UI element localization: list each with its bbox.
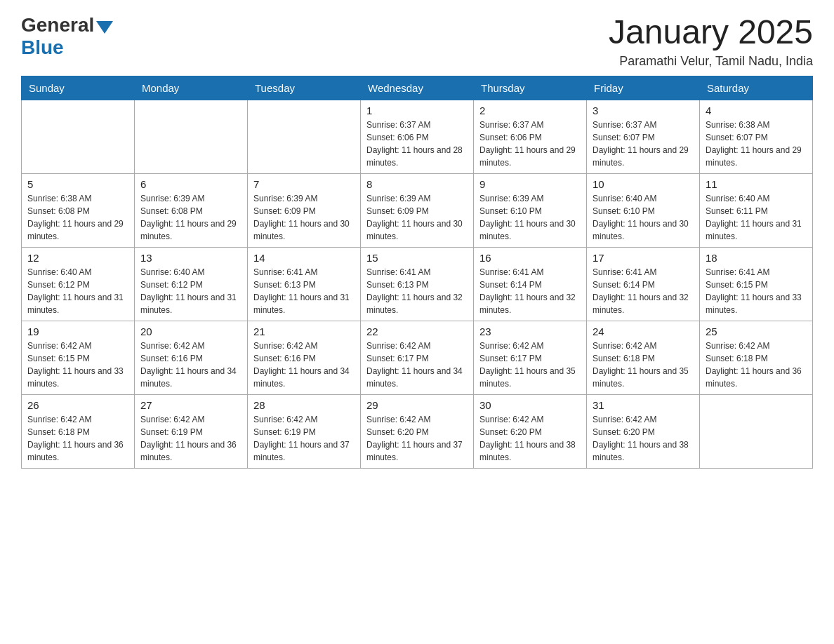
day-number: 3 xyxy=(593,105,694,116)
day-info: Sunrise: 6:40 AMSunset: 6:10 PMDaylight:… xyxy=(593,192,694,243)
table-row: 29Sunrise: 6:42 AMSunset: 6:20 PMDayligh… xyxy=(361,394,474,468)
table-row: 5Sunrise: 6:38 AMSunset: 6:08 PMDaylight… xyxy=(22,173,135,247)
table-row: 16Sunrise: 6:41 AMSunset: 6:14 PMDayligh… xyxy=(474,247,587,321)
header-wednesday: Wednesday xyxy=(361,76,474,100)
table-row xyxy=(22,100,135,173)
logo-blue-text: Blue xyxy=(21,36,64,59)
page-header: General Blue January 2025 Paramathi Velu… xyxy=(21,14,813,69)
day-info: Sunrise: 6:39 AMSunset: 6:09 PMDaylight:… xyxy=(253,192,355,243)
table-row: 2Sunrise: 6:37 AMSunset: 6:06 PMDaylight… xyxy=(474,100,587,173)
table-row: 8Sunrise: 6:39 AMSunset: 6:09 PMDaylight… xyxy=(361,173,474,247)
day-number: 9 xyxy=(479,178,581,190)
day-number: 1 xyxy=(366,105,468,116)
calendar-header-row: Sunday Monday Tuesday Wednesday Thursday… xyxy=(22,76,813,100)
logo: General Blue xyxy=(21,14,113,59)
day-info: Sunrise: 6:42 AMSunset: 6:20 PMDaylight:… xyxy=(366,413,468,464)
day-number: 26 xyxy=(27,399,128,411)
day-info: Sunrise: 6:42 AMSunset: 6:20 PMDaylight:… xyxy=(593,413,694,464)
day-number: 23 xyxy=(479,326,581,337)
day-number: 27 xyxy=(140,399,241,411)
day-info: Sunrise: 6:39 AMSunset: 6:09 PMDaylight:… xyxy=(366,192,468,243)
day-number: 22 xyxy=(366,326,468,337)
day-info: Sunrise: 6:38 AMSunset: 6:07 PMDaylight:… xyxy=(706,119,807,169)
table-row xyxy=(700,394,813,468)
day-number: 19 xyxy=(27,326,128,337)
logo-general-text: General xyxy=(21,14,94,36)
day-info: Sunrise: 6:42 AMSunset: 6:15 PMDaylight:… xyxy=(27,340,128,390)
table-row: 23Sunrise: 6:42 AMSunset: 6:17 PMDayligh… xyxy=(474,321,587,394)
day-info: Sunrise: 6:42 AMSunset: 6:18 PMDaylight:… xyxy=(593,340,694,390)
day-info: Sunrise: 6:42 AMSunset: 6:18 PMDaylight:… xyxy=(27,413,128,464)
day-number: 14 xyxy=(253,252,355,264)
day-info: Sunrise: 6:42 AMSunset: 6:19 PMDaylight:… xyxy=(253,413,355,464)
day-number: 7 xyxy=(253,178,355,190)
day-number: 21 xyxy=(253,326,355,337)
table-row: 1Sunrise: 6:37 AMSunset: 6:06 PMDaylight… xyxy=(361,100,474,173)
table-row: 26Sunrise: 6:42 AMSunset: 6:18 PMDayligh… xyxy=(22,394,135,468)
day-info: Sunrise: 6:39 AMSunset: 6:10 PMDaylight:… xyxy=(479,192,581,243)
table-row: 25Sunrise: 6:42 AMSunset: 6:18 PMDayligh… xyxy=(700,321,813,394)
day-number: 25 xyxy=(706,326,807,337)
day-number: 2 xyxy=(479,105,581,116)
day-number: 4 xyxy=(706,105,807,116)
day-info: Sunrise: 6:41 AMSunset: 6:14 PMDaylight:… xyxy=(479,266,581,316)
day-number: 30 xyxy=(479,399,581,411)
day-info: Sunrise: 6:42 AMSunset: 6:16 PMDaylight:… xyxy=(253,340,355,390)
day-info: Sunrise: 6:41 AMSunset: 6:13 PMDaylight:… xyxy=(366,266,468,316)
logo-triangle-icon xyxy=(96,21,113,34)
day-info: Sunrise: 6:41 AMSunset: 6:14 PMDaylight:… xyxy=(593,266,694,316)
day-info: Sunrise: 6:42 AMSunset: 6:19 PMDaylight:… xyxy=(140,413,241,464)
title-section: January 2025 Paramathi Velur, Tamil Nadu… xyxy=(609,14,813,69)
day-number: 20 xyxy=(140,326,241,337)
day-number: 11 xyxy=(706,178,807,190)
day-info: Sunrise: 6:39 AMSunset: 6:08 PMDaylight:… xyxy=(140,192,241,243)
day-info: Sunrise: 6:42 AMSunset: 6:20 PMDaylight:… xyxy=(479,413,581,464)
table-row: 15Sunrise: 6:41 AMSunset: 6:13 PMDayligh… xyxy=(361,247,474,321)
calendar-week-row: 5Sunrise: 6:38 AMSunset: 6:08 PMDaylight… xyxy=(22,173,813,247)
day-info: Sunrise: 6:37 AMSunset: 6:07 PMDaylight:… xyxy=(593,119,694,169)
table-row: 3Sunrise: 6:37 AMSunset: 6:07 PMDaylight… xyxy=(587,100,700,173)
day-number: 24 xyxy=(593,326,694,337)
table-row: 9Sunrise: 6:39 AMSunset: 6:10 PMDaylight… xyxy=(474,173,587,247)
header-saturday: Saturday xyxy=(700,76,813,100)
day-info: Sunrise: 6:40 AMSunset: 6:12 PMDaylight:… xyxy=(27,266,128,316)
day-info: Sunrise: 6:42 AMSunset: 6:17 PMDaylight:… xyxy=(479,340,581,390)
day-number: 29 xyxy=(366,399,468,411)
day-number: 12 xyxy=(27,252,128,264)
day-info: Sunrise: 6:37 AMSunset: 6:06 PMDaylight:… xyxy=(479,119,581,169)
day-number: 6 xyxy=(140,178,241,190)
table-row: 4Sunrise: 6:38 AMSunset: 6:07 PMDaylight… xyxy=(700,100,813,173)
table-row: 10Sunrise: 6:40 AMSunset: 6:10 PMDayligh… xyxy=(587,173,700,247)
table-row: 24Sunrise: 6:42 AMSunset: 6:18 PMDayligh… xyxy=(587,321,700,394)
day-number: 18 xyxy=(706,252,807,264)
day-info: Sunrise: 6:40 AMSunset: 6:12 PMDaylight:… xyxy=(140,266,241,316)
table-row: 30Sunrise: 6:42 AMSunset: 6:20 PMDayligh… xyxy=(474,394,587,468)
header-tuesday: Tuesday xyxy=(248,76,361,100)
day-number: 13 xyxy=(140,252,241,264)
table-row: 6Sunrise: 6:39 AMSunset: 6:08 PMDaylight… xyxy=(135,173,248,247)
table-row: 14Sunrise: 6:41 AMSunset: 6:13 PMDayligh… xyxy=(248,247,361,321)
header-friday: Friday xyxy=(587,76,700,100)
day-info: Sunrise: 6:42 AMSunset: 6:17 PMDaylight:… xyxy=(366,340,468,390)
day-number: 31 xyxy=(593,399,694,411)
table-row: 13Sunrise: 6:40 AMSunset: 6:12 PMDayligh… xyxy=(135,247,248,321)
table-row: 7Sunrise: 6:39 AMSunset: 6:09 PMDaylight… xyxy=(248,173,361,247)
day-number: 10 xyxy=(593,178,694,190)
calendar-table: Sunday Monday Tuesday Wednesday Thursday… xyxy=(21,76,813,469)
day-info: Sunrise: 6:42 AMSunset: 6:16 PMDaylight:… xyxy=(140,340,241,390)
table-row: 28Sunrise: 6:42 AMSunset: 6:19 PMDayligh… xyxy=(248,394,361,468)
month-title: January 2025 xyxy=(609,14,813,51)
day-info: Sunrise: 6:40 AMSunset: 6:11 PMDaylight:… xyxy=(706,192,807,243)
table-row: 31Sunrise: 6:42 AMSunset: 6:20 PMDayligh… xyxy=(587,394,700,468)
calendar-week-row: 1Sunrise: 6:37 AMSunset: 6:06 PMDaylight… xyxy=(22,100,813,173)
day-info: Sunrise: 6:37 AMSunset: 6:06 PMDaylight:… xyxy=(366,119,468,169)
table-row: 11Sunrise: 6:40 AMSunset: 6:11 PMDayligh… xyxy=(700,173,813,247)
day-info: Sunrise: 6:38 AMSunset: 6:08 PMDaylight:… xyxy=(27,192,128,243)
header-monday: Monday xyxy=(135,76,248,100)
day-info: Sunrise: 6:41 AMSunset: 6:13 PMDaylight:… xyxy=(253,266,355,316)
header-thursday: Thursday xyxy=(474,76,587,100)
table-row: 21Sunrise: 6:42 AMSunset: 6:16 PMDayligh… xyxy=(248,321,361,394)
table-row xyxy=(248,100,361,173)
day-number: 8 xyxy=(366,178,468,190)
calendar-week-row: 19Sunrise: 6:42 AMSunset: 6:15 PMDayligh… xyxy=(22,321,813,394)
